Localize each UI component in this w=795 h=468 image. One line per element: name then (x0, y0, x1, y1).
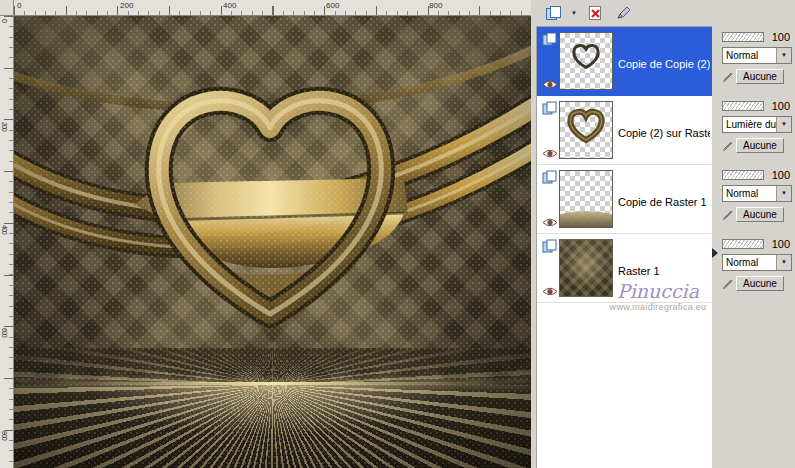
blend-mode-select[interactable]: Normal ▼ (722, 254, 792, 271)
raster-page-icon (542, 170, 558, 184)
v-ruler-label: 600 (1, 328, 8, 337)
v-ruler-label: 0 (1, 19, 8, 22)
layers-toolbar: ▼ (536, 0, 795, 26)
layer-thumbnail (559, 101, 613, 159)
layer-name: Copie (2) sur Raster 1 (613, 101, 710, 164)
raster-page-icon (542, 101, 558, 115)
layer-thumbnail (559, 32, 613, 90)
link-group-button[interactable]: Aucune (736, 69, 784, 84)
opacity-slider[interactable] (722, 170, 764, 180)
h-ruler-label: 600 (326, 1, 339, 10)
blend-mode-value: Normal (726, 188, 758, 199)
layer-name: Raster 1 (613, 239, 710, 302)
opacity-slider[interactable] (722, 101, 764, 111)
layers-panel: Copie de Copie (2) su Copie (2) sur (536, 26, 712, 468)
brush-icon (722, 278, 733, 289)
chevron-down-icon[interactable]: ▼ (776, 255, 791, 270)
opacity-value: 100 (764, 238, 793, 250)
layer-row-copie-de-copie-2[interactable]: Copie de Copie (2) su (537, 27, 712, 96)
link-group-button[interactable]: Aucune (736, 207, 784, 222)
eye-icon[interactable] (542, 217, 558, 228)
layer-controls-group: 100 Lumière dure ▼ Aucune (719, 95, 795, 164)
eye-icon[interactable] (542, 148, 558, 159)
v-ruler-label: 200 (1, 122, 8, 131)
eye-icon[interactable] (542, 286, 558, 297)
h-ruler-label: 200 (120, 1, 133, 10)
chevron-down-icon[interactable]: ▼ (776, 186, 791, 201)
h-ruler-label: 0 (17, 1, 21, 10)
link-group-button[interactable]: Aucune (736, 276, 784, 291)
blend-mode-select[interactable]: Lumière dure ▼ (722, 116, 792, 133)
link-group-button[interactable]: Aucune (736, 138, 784, 153)
layer-icons-column (540, 101, 559, 159)
raster-page-icon (542, 239, 558, 253)
edit-pen-icon (615, 5, 632, 21)
layer-name: Copie de Copie (2) su (613, 32, 710, 95)
panel-splitter (712, 26, 719, 468)
layer-name: Copie de Raster 1 (613, 170, 710, 233)
layer-controls-group: 100 Normal ▼ Aucune (719, 164, 795, 233)
v-ruler-label: 400 (1, 225, 8, 234)
ruler-corner (0, 0, 14, 16)
layer-row-copie-de-raster-1[interactable]: Copie de Raster 1 (537, 165, 712, 234)
expand-arrow-icon[interactable] (712, 248, 718, 258)
blend-mode-value: Normal (726, 257, 758, 268)
layer-icons-column (540, 239, 559, 297)
opacity-value: 100 (764, 100, 793, 112)
chevron-down-icon[interactable]: ▼ (776, 48, 791, 63)
delete-layer-button[interactable] (582, 2, 608, 25)
layer-row-raster-1[interactable]: Raster 1 (537, 234, 712, 303)
canvas-artwork (14, 16, 531, 468)
canvas-image[interactable] (14, 16, 531, 468)
chevron-down-icon[interactable]: ▼ (776, 117, 791, 132)
opacity-value: 100 (764, 31, 793, 43)
opacity-slider[interactable] (722, 32, 764, 42)
horizontal-ruler: 0 200 400 600 800 (14, 0, 531, 16)
new-layer-dropdown-caret[interactable]: ▼ (568, 3, 580, 24)
layer-controls-column: 100 Normal ▼ Aucune 100 Lumière dure (719, 26, 795, 468)
psp-workspace: 0 200 400 600 800 0 200 400 600 800 (0, 0, 795, 468)
h-ruler-label: 400 (223, 1, 236, 10)
v-ruler-label: 800 (1, 431, 8, 440)
brush-icon (722, 71, 733, 82)
new-layer-button[interactable] (540, 2, 566, 25)
eye-icon[interactable] (542, 79, 558, 90)
opacity-value: 100 (764, 169, 793, 181)
delete-layer-icon (587, 5, 604, 21)
layer-controls-group: 100 Normal ▼ Aucune (719, 233, 795, 302)
layer-controls-group: 100 Normal ▼ Aucune (719, 26, 795, 95)
blend-mode-select[interactable]: Normal ▼ (722, 185, 792, 202)
layer-icons-column (540, 32, 559, 90)
layer-thumbnail (559, 239, 613, 297)
blend-mode-value: Normal (726, 50, 758, 61)
brush-icon (722, 140, 733, 151)
vertical-ruler: 0 200 400 600 800 (0, 16, 14, 468)
h-ruler-label: 800 (429, 1, 442, 10)
layer-thumbnail (559, 170, 613, 228)
new-layer-icon (545, 5, 562, 21)
brush-icon (722, 209, 733, 220)
raster-page-icon (542, 32, 558, 46)
layer-row-copie-2-sur-raster-1[interactable]: Copie (2) sur Raster 1 (537, 96, 712, 165)
edit-pen-button[interactable] (610, 2, 636, 25)
layer-icons-column (540, 170, 559, 228)
blend-mode-select[interactable]: Normal ▼ (722, 47, 792, 64)
opacity-slider[interactable] (722, 239, 764, 249)
